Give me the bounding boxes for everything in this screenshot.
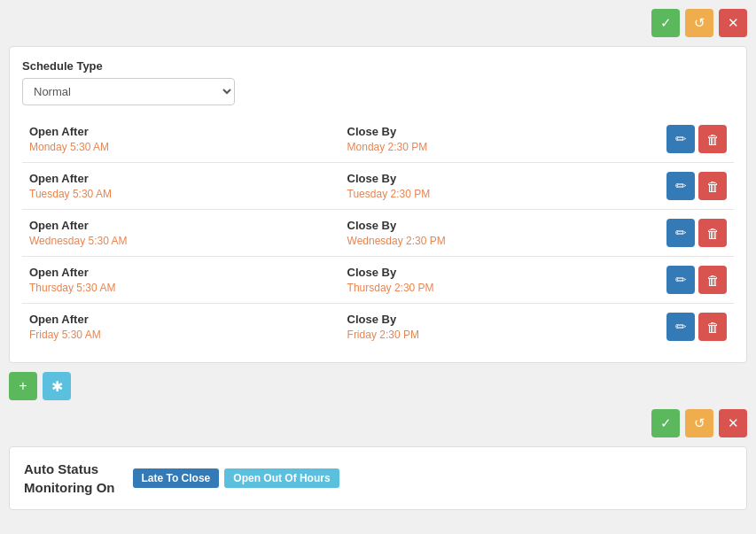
row-actions: ✏ 🗑 [659,116,734,163]
table-row: Open After Friday 5:30 AM Close By Frida… [22,304,734,351]
open-after-cell: Open After Wednesday 5:30 AM [22,210,340,257]
delete-button[interactable]: 🗑 [698,172,727,200]
open-out-of-hours-tag[interactable]: Open Out Of Hours [224,468,339,488]
close-by-value: Friday 2:30 PM [347,329,419,341]
row-actions: ✏ 🗑 [659,304,734,351]
table-row: Open After Tuesday 5:30 AM Close By Tues… [22,163,734,210]
edit-button[interactable]: ✏ [666,219,695,247]
open-after-label: Open After [29,219,333,232]
auto-status-tags: Late To Close Open Out Of Hours [133,468,339,488]
schedule-type-select[interactable]: Normal 24/7 Custom [22,78,235,105]
close-by-label: Close By [347,125,652,138]
open-after-cell: Open After Friday 5:30 AM [22,304,340,351]
row-actions: ✏ 🗑 [659,210,734,257]
top-confirm-button[interactable]: ✓ [651,9,680,37]
close-by-value: Thursday 2:30 PM [347,282,434,294]
open-after-cell: Open After Thursday 5:30 AM [22,257,340,304]
open-after-cell: Open After Tuesday 5:30 AM [22,163,340,210]
close-by-label: Close By [347,313,652,326]
open-after-label: Open After [29,266,333,279]
late-to-close-tag[interactable]: Late To Close [133,468,220,488]
bottom-confirm-button[interactable]: ✓ [651,409,680,437]
top-action-bar: ✓ ↺ ✕ [9,9,747,37]
edit-button[interactable]: ✏ [666,125,695,153]
close-by-cell: Close By Friday 2:30 PM [340,304,659,351]
close-by-cell: Close By Tuesday 2:30 PM [340,163,659,210]
open-after-cell: Open After Monday 5:30 AM [22,116,340,163]
edit-button[interactable]: ✏ [666,172,695,200]
close-by-value: Monday 2:30 PM [347,141,428,153]
open-after-value: Friday 5:30 AM [29,329,101,341]
bottom-action-bar: ✓ ↺ ✕ [9,409,747,437]
open-after-label: Open After [29,313,333,326]
auto-status-section: Auto StatusMonitoring On Late To Close O… [9,446,747,510]
bottom-reset-button[interactable]: ↺ [685,409,713,437]
open-after-value: Monday 5:30 AM [29,141,109,153]
bottom-cancel-button[interactable]: ✕ [719,409,747,437]
table-row: Open After Monday 5:30 AM Close By Monda… [22,116,734,163]
open-after-value: Wednesday 5:30 AM [29,235,128,247]
close-by-label: Close By [347,172,652,185]
delete-button[interactable]: 🗑 [698,125,727,153]
close-by-cell: Close By Wednesday 2:30 PM [340,210,659,257]
close-by-cell: Close By Monday 2:30 PM [340,116,659,163]
open-after-value: Thursday 5:30 AM [29,282,115,294]
open-after-value: Tuesday 5:30 AM [29,188,112,200]
row-actions: ✏ 🗑 [659,257,734,304]
star-button[interactable]: ✱ [43,372,71,400]
schedule-section: Schedule Type Normal 24/7 Custom Open Af… [9,46,747,363]
auto-status-text: Auto StatusMonitoring On [24,460,115,497]
top-reset-button[interactable]: ↺ [685,9,713,37]
row-actions: ✏ 🗑 [659,163,734,210]
open-after-label: Open After [29,125,333,138]
schedule-table: Open After Monday 5:30 AM Close By Monda… [22,116,734,350]
add-schedule-button[interactable]: + [9,372,37,400]
close-by-label: Close By [347,219,652,232]
delete-button[interactable]: 🗑 [698,313,727,341]
edit-button[interactable]: ✏ [666,313,695,341]
delete-button[interactable]: 🗑 [698,266,727,294]
schedule-type-label: Schedule Type [22,59,734,73]
close-by-value: Tuesday 2:30 PM [347,188,431,200]
delete-button[interactable]: 🗑 [698,219,727,247]
table-row: Open After Thursday 5:30 AM Close By Thu… [22,257,734,304]
add-bar: + ✱ [9,372,747,400]
close-by-cell: Close By Thursday 2:30 PM [340,257,659,304]
close-by-label: Close By [347,266,652,279]
edit-button[interactable]: ✏ [666,266,695,294]
open-after-label: Open After [29,172,333,185]
close-by-value: Wednesday 2:30 PM [347,235,446,247]
table-row: Open After Wednesday 5:30 AM Close By We… [22,210,734,257]
top-cancel-button[interactable]: ✕ [719,9,747,37]
